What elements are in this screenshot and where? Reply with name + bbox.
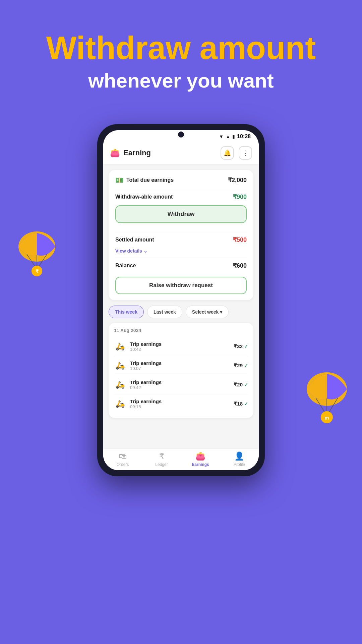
this-week-button[interactable]: This week: [109, 306, 144, 318]
svg-text:₹: ₹: [36, 269, 39, 274]
txn-left: 🛵 Trip earnings 09:15: [114, 398, 162, 410]
total-due-label: 💵 Total due earnings: [115, 176, 174, 184]
scooter-icon: 🛵: [114, 340, 126, 353]
txn-info: Trip earnings 09:15: [130, 398, 162, 409]
nav-ledger[interactable]: ₹ Ledger: [150, 451, 173, 467]
status-time: 10:28: [237, 133, 251, 140]
phone-mockup: ▼ ▲ ▮ 10:28 👛 Earning 🔔 ⋮: [97, 124, 265, 476]
profile-label: Profile: [234, 462, 245, 467]
ledger-label: Ledger: [155, 462, 168, 467]
settled-value: ₹500: [233, 236, 247, 244]
select-week-button[interactable]: Select week ▾: [186, 306, 229, 318]
scooter-icon: 🛵: [114, 398, 126, 410]
transaction-item: 🛵 Trip earnings 10:07 ₹29 ✓: [114, 356, 248, 375]
battery-icon: ▮: [232, 134, 235, 139]
hero-title: Withdraw amount: [0, 30, 362, 66]
total-due-row: 💵 Total due earnings ₹2,000: [115, 176, 247, 184]
txn-info: Trip earnings 10:07: [130, 360, 162, 371]
nav-orders[interactable]: 🛍 Orders: [111, 451, 134, 467]
txn-left: 🛵 Trip earnings 10:42: [114, 340, 162, 353]
chevron-down-icon: ⌄: [143, 248, 147, 254]
total-due-value: ₹2,000: [228, 176, 247, 184]
transaction-item: 🛵 Trip earnings 09:15 ₹18 ✓: [114, 394, 248, 413]
app-content: 💵 Total due earnings ₹2,000 Withdraw-abl…: [103, 165, 259, 448]
svg-text:m: m: [324, 415, 329, 421]
balance-row: Balance ₹600: [115, 262, 247, 269]
chevron-down-icon: ▾: [220, 309, 222, 315]
wallet-icon: 👛: [110, 148, 120, 158]
view-details-button[interactable]: View details ⌄: [115, 248, 247, 254]
notification-button[interactable]: 🔔: [221, 146, 234, 160]
orders-icon: 🛍: [119, 451, 127, 461]
withdrawable-value: ₹900: [233, 193, 247, 201]
withdrawable-row: Withdraw-able amount ₹900: [115, 193, 247, 201]
balance-value: ₹600: [233, 262, 247, 269]
hero-section: Withdraw amount whenever you want: [0, 0, 362, 92]
check-icon: ✓: [244, 382, 248, 387]
parachute-right-decoration: m: [302, 369, 352, 429]
signal-icon: ▲: [226, 134, 230, 139]
earnings-icon: 👛: [195, 451, 205, 461]
header-left: 👛 Earning: [110, 148, 151, 158]
wifi-icon: ▼: [219, 134, 224, 139]
txn-info: Trip earnings 09:42: [130, 379, 162, 390]
divider-1: [115, 189, 247, 189]
txn-amount-3: ₹18 ✓: [234, 401, 248, 407]
settled-row: Settled amount ₹500: [115, 236, 247, 244]
ledger-icon: ₹: [159, 451, 164, 461]
menu-button[interactable]: ⋮: [239, 146, 252, 160]
divider-3: [115, 258, 247, 258]
transaction-item: 🛵 Trip earnings 10:42 ₹32 ✓: [114, 337, 248, 356]
transaction-item: 🛵 Trip earnings 09:42 ₹20 ✓: [114, 375, 248, 394]
hero-subtitle: whenever you want: [0, 69, 362, 92]
phone-frame: ▼ ▲ ▮ 10:28 👛 Earning 🔔 ⋮: [97, 124, 265, 476]
withdrawable-label: Withdraw-able amount: [115, 194, 173, 200]
scooter-icon: 🛵: [114, 360, 126, 372]
check-icon: ✓: [244, 401, 248, 407]
nav-earnings[interactable]: 👛 Earnings: [189, 451, 212, 467]
bell-icon: 🔔: [224, 149, 231, 157]
money-icon: 💵: [115, 176, 124, 184]
txn-amount-2: ₹20 ✓: [234, 382, 248, 388]
withdraw-button[interactable]: Withdraw: [115, 205, 247, 223]
camera-notch: [178, 131, 184, 138]
app-header: 👛 Earning 🔔 ⋮: [103, 142, 259, 165]
last-week-button[interactable]: Last week: [147, 306, 182, 318]
earnings-summary-card: 💵 Total due earnings ₹2,000 Withdraw-abl…: [109, 170, 253, 300]
parachute-left-decoration: ₹: [13, 228, 60, 282]
transactions-card: 11 Aug 2024 🛵 Trip earnings 10:42 ₹32 ✓: [109, 323, 253, 418]
check-icon: ✓: [244, 363, 248, 368]
settled-label: Settled amount: [115, 237, 154, 243]
week-filter: This week Last week Select week ▾: [109, 306, 253, 318]
orders-label: Orders: [117, 462, 129, 467]
txn-left: 🛵 Trip earnings 09:42: [114, 379, 162, 391]
earnings-label: Earnings: [192, 462, 209, 467]
nav-profile[interactable]: 👤 Profile: [228, 451, 251, 467]
scooter-icon: 🛵: [114, 379, 126, 391]
dots-icon: ⋮: [242, 149, 248, 157]
phone-screen: ▼ ▲ ▮ 10:28 👛 Earning 🔔 ⋮: [103, 130, 259, 470]
txn-left: 🛵 Trip earnings 10:07: [114, 360, 162, 372]
raise-withdraw-button[interactable]: Raise withdraw request: [115, 277, 247, 294]
txn-info: Trip earnings 10:42: [130, 341, 162, 352]
header-actions: 🔔 ⋮: [221, 146, 252, 160]
profile-icon: 👤: [234, 451, 244, 461]
transaction-date: 11 Aug 2024: [114, 328, 248, 333]
app-title: Earning: [123, 149, 151, 157]
divider-2: [115, 232, 247, 232]
check-icon: ✓: [244, 344, 248, 349]
txn-amount-1: ₹29 ✓: [234, 363, 248, 369]
balance-label: Balance: [115, 263, 136, 269]
bottom-nav: 🛍 Orders ₹ Ledger 👛 Earnings 👤 Profile: [103, 448, 259, 470]
status-icons: ▼ ▲ ▮ 10:28: [219, 133, 251, 140]
txn-amount-0: ₹32 ✓: [234, 343, 248, 350]
